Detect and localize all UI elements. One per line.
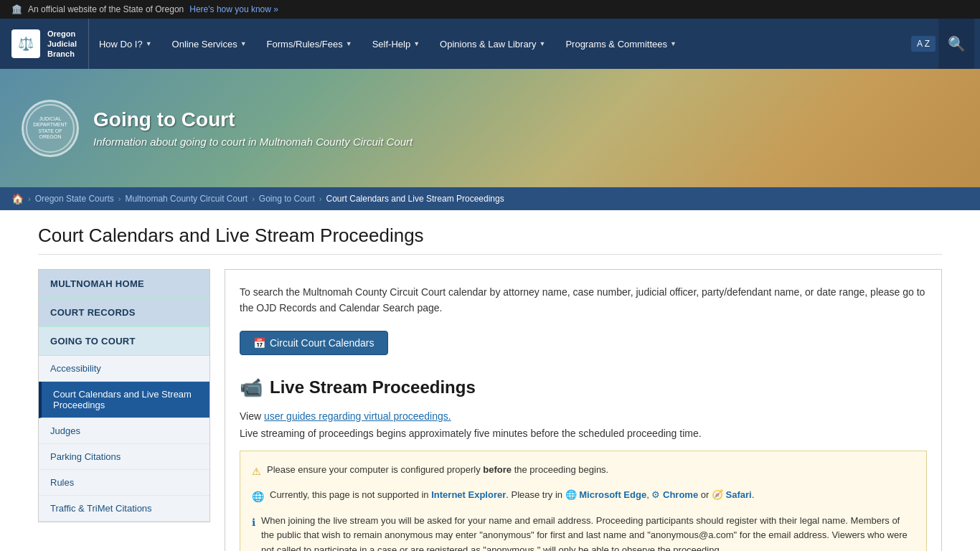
hero-subtitle: Information about going to court in Mult…	[93, 136, 413, 148]
content-layout: MULTNOMAH HOME COURT RECORDS GOING TO CO…	[38, 269, 942, 551]
sidebar-item-calendars[interactable]: Court Calendars and Live Stream Proceedi…	[39, 382, 209, 418]
warning-line-3: ℹ When joining the live stream you will …	[252, 514, 915, 551]
hero-text-block: Going to Court Information about going t…	[93, 108, 413, 148]
intro-paragraph: To search the Multnomah County Circuit C…	[240, 284, 927, 316]
chrome-link[interactable]: ⚙ Chrome	[651, 489, 698, 500]
logo-text: OregonJudicialBranch	[47, 29, 77, 60]
banner-link[interactable]: Here's how you know »	[189, 4, 278, 14]
warning-triangle-icon: ⚠	[252, 463, 261, 479]
warning-box: ⚠ Please ensure your computer is configu…	[240, 451, 927, 551]
content-area: To search the Multnomah County Circuit C…	[225, 269, 942, 551]
edge-link[interactable]: 🌐 Microsoft Edge	[565, 489, 647, 500]
home-icon[interactable]: 🏠	[11, 193, 24, 204]
chevron-down-icon: ▼	[146, 40, 152, 47]
nav-item-opinions[interactable]: Opinions & Law Library ▼	[430, 19, 555, 69]
breadcrumb-oregon-courts[interactable]: Oregon State Courts	[35, 194, 114, 204]
site-logo[interactable]: ⚖️ OregonJudicialBranch	[0, 19, 89, 69]
breadcrumb-sep: ›	[28, 194, 31, 203]
virtual-proceedings-link[interactable]: user guides regarding virtual proceeding…	[264, 410, 451, 422]
chevron-down-icon: ▼	[240, 40, 247, 47]
main-content: Court Calendars and Live Stream Proceedi…	[24, 210, 956, 551]
hero-section: JUDICIAL DEPARTMENT STATE OF OREGON Goin…	[0, 69, 980, 187]
language-toggle-button[interactable]: A Z	[911, 36, 936, 52]
breadcrumb-current: Court Calendars and Live Stream Proceedi…	[326, 194, 504, 204]
video-camera-icon: 📹	[240, 377, 263, 399]
banner-text: An official website of the State of Oreg…	[28, 4, 184, 14]
stream-timing: Live streaming of proceedings begins app…	[240, 428, 927, 439]
warning-line-2: 🌐 Currently, this page is not supported …	[252, 488, 915, 504]
anonymous-warning-text: When joining the live stream you will be…	[261, 514, 915, 551]
nav-menu: How Do I? ▼ Online Services ▼ Forms/Rule…	[89, 19, 905, 69]
top-banner: 🏛️ An official website of the State of O…	[0, 0, 980, 19]
safari-link[interactable]: 🧭 Safari	[712, 489, 752, 500]
browser-warning-text: Currently, this page is not supported in…	[270, 488, 754, 503]
live-stream-heading: 📹 Live Stream Proceedings	[240, 377, 927, 399]
nav-item-programs[interactable]: Programs & Committees ▼	[555, 19, 687, 69]
calendar-btn-label: Circuit Court Calendars	[270, 337, 374, 349]
chevron-down-icon: ▼	[413, 40, 420, 47]
sidebar-going-to-court-header: GOING TO COURT	[39, 327, 209, 356]
sidebar-item-parking[interactable]: Parking Citations	[39, 444, 209, 470]
sidebar-item-traffic[interactable]: Traffic & TriMet Citations	[39, 496, 209, 522]
calendar-icon: 📅	[253, 337, 265, 349]
sidebar-item-rules[interactable]: Rules	[39, 470, 209, 496]
info-browser-icon: 🌐	[252, 489, 264, 504]
nav-item-forms[interactable]: Forms/Rules/Fees ▼	[257, 19, 362, 69]
nav-item-self-help[interactable]: Self-Help ▼	[362, 19, 430, 69]
circuit-court-calendars-button[interactable]: 📅 Circuit Court Calendars	[240, 331, 388, 355]
warning-text-1: Please ensure your computer is configure…	[267, 463, 608, 478]
judicial-seal: JUDICIAL DEPARTMENT STATE OF OREGON	[22, 100, 79, 157]
stream-intro: View user guides regarding virtual proce…	[240, 410, 927, 422]
breadcrumb: 🏠 › Oregon State Courts › Multnomah Coun…	[0, 187, 980, 210]
stream-intro-prefix: View	[240, 410, 264, 422]
nav-right-controls: A Z 🔍	[905, 19, 980, 69]
search-button[interactable]: 🔍	[938, 19, 974, 69]
sidebar-item-accessibility[interactable]: Accessibility	[39, 356, 209, 382]
ie-link[interactable]: Internet Explorer	[431, 489, 506, 500]
flag-icon: 🏛️	[11, 4, 22, 14]
nav-item-online-services[interactable]: Online Services ▼	[162, 19, 257, 69]
sidebar-item-judges[interactable]: Judges	[39, 418, 209, 444]
chevron-down-icon: ▼	[539, 40, 545, 47]
hero-title: Going to Court	[93, 108, 413, 131]
sidebar-court-records-header[interactable]: COURT RECORDS	[39, 298, 209, 327]
main-navigation: ⚖️ OregonJudicialBranch How Do I? ▼ Onli…	[0, 19, 980, 69]
info-circle-icon: ℹ	[252, 514, 255, 530]
breadcrumb-multnomah[interactable]: Multnomah County Circuit Court	[125, 194, 248, 204]
chevron-down-icon: ▼	[670, 40, 677, 47]
chevron-down-icon: ▼	[346, 40, 352, 47]
nav-item-how-do-i[interactable]: How Do I? ▼	[89, 19, 162, 69]
sidebar-multnomah-header[interactable]: MULTNOMAH HOME	[39, 270, 209, 298]
breadcrumb-going-to-court[interactable]: Going to Court	[259, 194, 315, 204]
page-title: Court Calendars and Live Stream Proceedi…	[38, 225, 942, 255]
warning-line-1: ⚠ Please ensure your computer is configu…	[252, 463, 915, 479]
logo-icon: ⚖️	[11, 29, 40, 58]
sidebar: MULTNOMAH HOME COURT RECORDS GOING TO CO…	[38, 269, 210, 522]
